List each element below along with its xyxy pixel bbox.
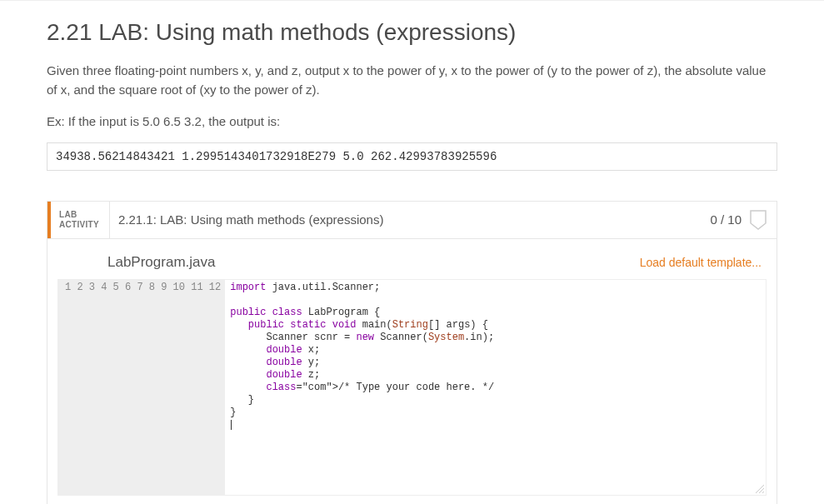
lab-body: LabProgram.java Load default template...… [47, 239, 777, 504]
page-title: 2.21 LAB: Using math methods (expression… [47, 19, 777, 46]
svg-line-2 [762, 492, 764, 493]
line-number-gutter: 1 2 3 4 5 6 7 8 9 10 11 12 [58, 280, 225, 495]
lab-tag-line2: ACTIVITY [59, 220, 99, 230]
score-badge-icon [750, 210, 767, 230]
lab-activity-tag: LAB ACTIVITY [47, 202, 109, 238]
file-name: LabProgram.java [107, 254, 640, 271]
resize-handle-icon[interactable] [754, 483, 764, 493]
code-editor[interactable]: 1 2 3 4 5 6 7 8 9 10 11 12 import java.u… [57, 279, 767, 496]
lab-tag-line1: LAB [59, 210, 99, 220]
lab-header: LAB ACTIVITY 2.21.1: LAB: Using math met… [47, 202, 777, 239]
lab-activity-title: 2.21.1: LAB: Using math methods (express… [109, 202, 711, 238]
lab-score: 0 / 10 [710, 212, 750, 227]
problem-description-2: Ex: If the input is 5.0 6.5 3.2, the out… [47, 112, 777, 131]
example-output-box: 34938.56214843421 1.2995143401732918E279… [47, 142, 777, 171]
problem-description-1: Given three floating-point numbers x, y,… [47, 61, 777, 100]
code-area[interactable]: import java.util.Scanner; public class L… [225, 280, 766, 495]
file-bar: LabProgram.java Load default template... [57, 254, 767, 279]
load-default-template-link[interactable]: Load default template... [640, 256, 762, 269]
lab-activity-card: LAB ACTIVITY 2.21.1: LAB: Using math met… [47, 201, 777, 504]
